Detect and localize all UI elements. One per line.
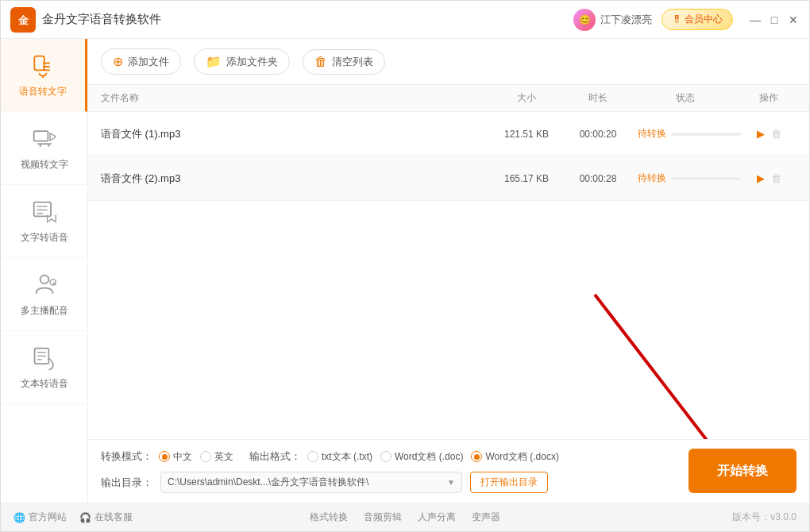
- vip-button[interactable]: 🎖 会员中心: [662, 9, 733, 30]
- sidebar-item-multi-dubbing[interactable]: 多主播配音: [1, 258, 87, 331]
- status-text-2: 待转换: [638, 172, 666, 185]
- format-radio-group: txt文本 (.txt) Word文档 (.doc) Word文档 (.do: [307, 450, 559, 464]
- file-size-2: 165.17 KB: [487, 173, 566, 184]
- sidebar-item-video-to-text[interactable]: 视频转文字: [1, 112, 87, 185]
- mode-chinese-radio[interactable]: [159, 451, 170, 462]
- vip-label: 会员中心: [685, 13, 723, 26]
- website-link[interactable]: 🌐 官方网站: [14, 511, 67, 524]
- format-doc-radio[interactable]: [380, 451, 392, 462]
- footer-nav-vocal[interactable]: 人声分离: [418, 511, 456, 524]
- content-wrapper: 语音文件 (1).mp3 121.51 KB 00:00:20 待转换 ▶ 🗑: [88, 112, 809, 439]
- output-path-field: C:\Users\admin\Deskt...\金丹文字语音转换软件\ ▼: [160, 472, 462, 493]
- speech-to-text-icon: [29, 52, 57, 80]
- add-file-label: 添加文件: [128, 55, 169, 69]
- file-action-2: ▶ 🗑: [741, 172, 796, 184]
- content-area: ⊕ 添加文件 📁 添加文件夹 🗑 清空列表 文件名称 大小 时长 状态 操作: [88, 39, 809, 503]
- maximize-button[interactable]: □: [768, 13, 781, 26]
- path-dropdown-icon[interactable]: ▼: [447, 478, 455, 487]
- svg-point-16: [40, 276, 48, 284]
- sidebar-item-text-to-voice[interactable]: 文本转语音: [1, 331, 87, 404]
- text-to-voice-icon: [30, 344, 59, 372]
- format-docx-radio[interactable]: [471, 451, 482, 462]
- title-bar: 金 金丹文字语音转换软件 😊 江下凌漂亮 🎖 会员中心 — □ ✕: [1, 1, 809, 39]
- delete-button-2[interactable]: 🗑: [771, 172, 781, 184]
- footer-nav-audio[interactable]: 音频剪辑: [364, 511, 402, 524]
- svg-rect-12: [33, 202, 50, 217]
- mode-label: 转换模式：: [101, 449, 152, 464]
- sidebar-label-text-to-voice: 文本转语音: [21, 377, 68, 391]
- clear-list-label: 清空列表: [332, 55, 373, 69]
- add-folder-button[interactable]: 📁 添加文件夹: [194, 48, 290, 75]
- svg-text:金: 金: [17, 14, 29, 26]
- sidebar-label-video-to-text: 视频转文字: [21, 158, 68, 172]
- app-logo: 金: [10, 7, 36, 33]
- sidebar-item-speech-to-text[interactable]: 语音转文字: [1, 39, 87, 112]
- svg-rect-7: [33, 131, 48, 141]
- file-list-header: 文件名称 大小 时长 状态 操作: [88, 85, 809, 112]
- minimize-button[interactable]: —: [749, 13, 762, 26]
- clear-list-button[interactable]: 🗑 清空列表: [303, 49, 385, 75]
- footer-nav-voice[interactable]: 变声器: [472, 511, 500, 524]
- file-action-1: ▶ 🗑: [741, 128, 796, 140]
- sidebar-label-speech-to-text: 语音转文字: [19, 85, 67, 98]
- play-button-2[interactable]: ▶: [757, 172, 765, 184]
- title-right: 😊 江下凌漂亮 🎖 会员中心 — □ ✕: [573, 9, 800, 31]
- file-name-1: 语音文件 (1).mp3: [101, 127, 487, 141]
- svg-marker-8: [50, 133, 55, 141]
- open-folder-button[interactable]: 打开输出目录: [470, 472, 548, 493]
- video-to-text-icon: [30, 125, 59, 153]
- add-file-icon: ⊕: [113, 54, 123, 69]
- text-to-speech-icon: [30, 198, 59, 226]
- file-status-1: 待转换: [630, 127, 741, 141]
- col-duration-header: 时长: [566, 91, 630, 105]
- start-convert-button[interactable]: 开始转换: [688, 449, 796, 493]
- mode-english[interactable]: 英文: [200, 450, 233, 464]
- multi-dubbing-icon: [30, 271, 59, 299]
- format-txt[interactable]: txt文本 (.txt): [307, 450, 372, 464]
- sidebar-label-multi-dubbing: 多主播配音: [21, 304, 68, 318]
- globe-icon: 🌐: [14, 512, 25, 523]
- mode-chinese-label: 中文: [173, 450, 192, 464]
- support-link[interactable]: 🎧 在线客服: [79, 511, 133, 524]
- format-docx-dot: [474, 454, 480, 460]
- status-bar-2: [671, 177, 741, 180]
- version-label: 版本号：v3.0.0: [732, 511, 796, 524]
- table-row: 语音文件 (2).mp3 165.17 KB 00:00:28 待转换 ▶ 🗑: [88, 156, 809, 201]
- clear-list-icon: 🗑: [314, 55, 327, 69]
- window-controls: — □ ✕: [749, 13, 800, 26]
- format-doc[interactable]: Word文档 (.doc): [380, 450, 463, 464]
- file-duration-2: 00:00:28: [566, 173, 630, 184]
- delete-button-1[interactable]: 🗑: [771, 128, 781, 140]
- sidebar: 语音转文字 视频转文字: [1, 39, 88, 503]
- mode-english-label: 英文: [214, 450, 233, 464]
- file-list: 语音文件 (1).mp3 121.51 KB 00:00:20 待转换 ▶ 🗑: [88, 112, 809, 439]
- col-status-header: 状态: [630, 91, 741, 105]
- status-bar-1: [671, 133, 741, 136]
- format-txt-label: txt文本 (.txt): [322, 450, 372, 464]
- file-size-1: 121.51 KB: [487, 129, 566, 140]
- app-title: 金丹文字语音转换软件: [42, 12, 573, 27]
- mode-chinese-dot: [162, 454, 168, 460]
- user-name: 江下凌漂亮: [600, 13, 652, 27]
- add-file-button[interactable]: ⊕ 添加文件: [101, 48, 181, 75]
- file-name-2: 语音文件 (2).mp3: [101, 172, 487, 186]
- website-label: 官方网站: [29, 511, 67, 524]
- mode-chinese[interactable]: 中文: [159, 450, 192, 464]
- headset-icon: 🎧: [79, 512, 91, 523]
- bottom-section: 转换模式： 中文 英文: [88, 439, 809, 503]
- sidebar-item-text-to-speech[interactable]: 文字转语音: [1, 185, 87, 258]
- footer-nav: 格式转换 音频剪辑 人声分离 变声器: [310, 511, 500, 524]
- user-avatar: 😊: [573, 9, 596, 31]
- mode-radio-group: 中文 英文: [159, 450, 233, 464]
- footer-nav-format[interactable]: 格式转换: [310, 511, 348, 524]
- vip-icon: 🎖: [672, 14, 681, 25]
- toolbar: ⊕ 添加文件 📁 添加文件夹 🗑 清空列表: [88, 39, 809, 85]
- play-button-1[interactable]: ▶: [757, 128, 765, 140]
- format-txt-radio[interactable]: [307, 451, 318, 462]
- format-docx[interactable]: Word文档 (.docx): [471, 450, 558, 464]
- mode-group: 转换模式： 中文 英文: [101, 449, 233, 464]
- close-button[interactable]: ✕: [787, 13, 800, 26]
- mode-english-radio[interactable]: [200, 451, 211, 462]
- file-status-2: 待转换: [630, 172, 741, 185]
- format-doc-label: Word文档 (.doc): [395, 450, 463, 464]
